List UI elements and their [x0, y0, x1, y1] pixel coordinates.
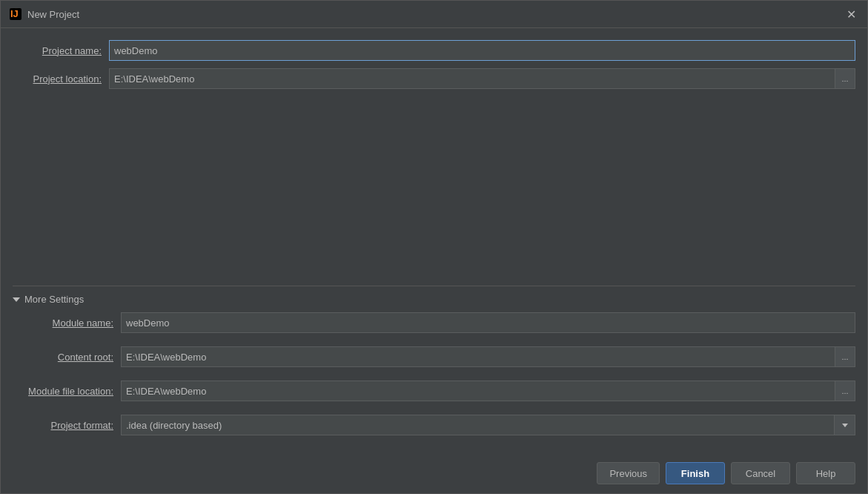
content-root-browse-button[interactable]: ... — [835, 346, 855, 367]
project-format-row: Project format: .idea (directory based) — [24, 415, 855, 435]
svg-text:IJ: IJ — [10, 8, 19, 19]
project-name-row: Project name: — [13, 40, 855, 61]
project-format-label: Project format: — [24, 420, 121, 431]
triangle-icon — [13, 297, 20, 302]
help-button[interactable]: Help — [796, 462, 855, 484]
module-name-input[interactable] — [121, 312, 855, 333]
project-format-select[interactable]: .idea (directory based) — [121, 415, 835, 435]
project-format-dropdown-group: .idea (directory based) — [121, 415, 855, 435]
content-root-input[interactable] — [121, 346, 835, 367]
module-file-location-browse-button[interactable]: ... — [835, 381, 855, 401]
module-file-location-input-group: ... — [121, 381, 855, 401]
module-name-row: Module name: — [24, 312, 855, 333]
project-name-label: Project name: — [13, 45, 109, 56]
finish-button[interactable]: Finish — [666, 462, 725, 484]
more-settings-label: More Settings — [24, 294, 84, 305]
previous-button[interactable]: Previous — [597, 462, 660, 484]
project-location-row: Project location: ... — [13, 68, 855, 89]
chevron-down-icon — [842, 424, 848, 427]
content-root-label: Content root: — [24, 352, 121, 363]
project-format-dropdown-arrow[interactable] — [835, 415, 855, 435]
dialog-title: New Project — [27, 9, 79, 20]
more-settings-rows: Module name: Content root: ... — [13, 312, 855, 443]
new-project-dialog: IJ New Project ✕ Project name: Project l… — [0, 0, 868, 494]
project-name-input[interactable] — [109, 40, 855, 61]
cancel-button[interactable]: Cancel — [731, 462, 790, 484]
more-settings-section: More Settings Module name: Content root: — [13, 286, 855, 443]
module-file-location-input[interactable] — [121, 381, 835, 401]
module-file-location-label: Module file location: — [24, 386, 121, 397]
app-icon: IJ — [10, 8, 21, 20]
title-bar: IJ New Project ✕ — [1, 1, 867, 28]
dialog-footer: Previous Finish Cancel Help — [1, 456, 867, 493]
project-location-browse-button[interactable]: ... — [835, 68, 855, 89]
title-bar-left: IJ New Project — [10, 8, 79, 20]
project-location-label: Project location: — [13, 73, 109, 85]
module-file-location-row: Module file location: ... — [24, 381, 855, 401]
content-root-input-group: ... — [121, 346, 855, 367]
dialog-content: Project name: Project location: ... More… — [1, 28, 867, 456]
close-button[interactable]: ✕ — [844, 7, 858, 22]
more-settings-toggle[interactable]: More Settings — [13, 294, 855, 305]
content-spacer — [13, 96, 855, 286]
content-root-row: Content root: ... — [24, 346, 855, 367]
project-location-input-group: ... — [109, 68, 855, 89]
module-name-label: Module name: — [24, 317, 121, 329]
project-location-input[interactable] — [109, 68, 835, 89]
